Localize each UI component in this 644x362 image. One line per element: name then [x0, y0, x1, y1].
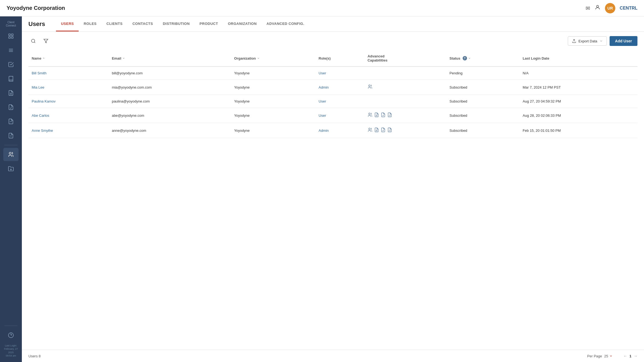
- user-name-link[interactable]: Bill Smith: [32, 71, 46, 75]
- sidebar-item-users-manage[interactable]: [3, 148, 19, 161]
- col-status[interactable]: Status ?: [446, 50, 519, 66]
- cell-name: Abe Carlos: [28, 108, 108, 123]
- svg-rect-3: [9, 37, 10, 38]
- tab-clients[interactable]: CLIENTS: [102, 16, 128, 31]
- export-data-button[interactable]: Export Data: [568, 36, 607, 46]
- role-link[interactable]: Admin: [319, 85, 329, 89]
- tab-product[interactable]: PRODUCT: [195, 16, 223, 31]
- sidebar-item-checklist[interactable]: [3, 58, 19, 71]
- group-user-icon: [368, 127, 373, 133]
- svg-rect-1: [9, 34, 10, 36]
- cell-status: Subscribed: [446, 95, 519, 108]
- top-header: Yoyodyne Corporation ✉ UR CENTRL: [0, 0, 644, 16]
- svg-marker-19: [44, 39, 48, 43]
- user-name-link[interactable]: Anne Smythe: [32, 129, 53, 133]
- sidebar-item-help[interactable]: [3, 329, 19, 342]
- cell-status: Pending: [446, 66, 519, 80]
- table-header: Name Email Organizatio: [28, 50, 637, 66]
- svg-rect-2: [11, 34, 13, 36]
- cell-name: Anne Smythe: [28, 123, 108, 138]
- next-page-button[interactable]: →: [634, 354, 637, 358]
- table-row: Abe Carlos abe@yoyodyne.com Yoyodyne Use…: [28, 108, 637, 123]
- cell-name: Bill Smith: [28, 66, 108, 80]
- tab-contacts[interactable]: CONTACTS: [128, 16, 158, 31]
- sidebar-item-folder-settings[interactable]: [3, 162, 19, 175]
- cell-role: User: [315, 95, 364, 108]
- status-help-icon[interactable]: ?: [463, 56, 467, 60]
- tab-organization[interactable]: ORGANIZATION: [223, 16, 261, 31]
- sidebar-item-alert-doc[interactable]: [3, 129, 19, 142]
- col-advanced: AdvancedCapabilities: [364, 50, 446, 66]
- list-doc-icon: [387, 112, 392, 118]
- user-name-link[interactable]: Abe Carlos: [32, 113, 49, 118]
- sidebar-item-report[interactable]: [3, 115, 19, 128]
- pagination: ← 1 →: [624, 354, 637, 358]
- role-link[interactable]: User: [319, 71, 326, 75]
- svg-point-14: [10, 169, 11, 170]
- filter-button[interactable]: [41, 36, 51, 46]
- cell-org: Yoyodyne: [231, 66, 315, 80]
- cell-name: Paulina Kamov: [28, 95, 108, 108]
- col-email[interactable]: Email: [108, 50, 231, 66]
- user-icon[interactable]: [595, 4, 601, 12]
- users-count-label: Users 8: [28, 354, 41, 358]
- sidebar-bottom: Last Login: February, 27 2025 09:54 am: [0, 324, 22, 359]
- cell-email: paulina@yoyodyne.com: [108, 95, 231, 108]
- col-organization[interactable]: Organization: [231, 50, 315, 66]
- cell-org: Yoyodyne: [231, 95, 315, 108]
- table-row: Bill Smith bill@yoyodyne.com Yoyodyne Us…: [28, 66, 637, 80]
- cell-email: bill@yoyodyne.com: [108, 66, 231, 80]
- tab-users[interactable]: USERS: [56, 16, 79, 31]
- sidebar-divider: [4, 145, 17, 145]
- cell-status: Subscribed: [446, 80, 519, 95]
- svg-point-17: [31, 39, 35, 42]
- main-layout: Client Connect: [0, 16, 644, 362]
- table-footer: Users 8 Per Page 25 ← 1 →: [22, 350, 644, 362]
- tab-roles[interactable]: ROLES: [79, 16, 101, 31]
- sidebar-item-book[interactable]: [3, 72, 19, 85]
- cell-capabilities: [364, 66, 446, 80]
- cell-status: Subscribed: [446, 108, 519, 123]
- prev-page-button[interactable]: ←: [624, 354, 627, 358]
- cell-status: Subscribed: [446, 123, 519, 138]
- cell-email: anne@yoyodyne.com: [108, 123, 231, 138]
- tab-distribution[interactable]: DISTRIBUTION: [158, 16, 194, 31]
- secondary-nav: Users USERS ROLES CLIENTS CONTACTS DISTR…: [22, 16, 644, 32]
- col-name[interactable]: Name: [28, 50, 108, 66]
- export-label: Export Data: [578, 39, 597, 43]
- svg-point-12: [11, 135, 11, 136]
- search-button[interactable]: [28, 36, 38, 46]
- role-link[interactable]: User: [319, 113, 326, 118]
- cell-org: Yoyodyne: [231, 80, 315, 95]
- svg-point-0: [596, 5, 598, 7]
- sidebar-item-dashboard[interactable]: [3, 30, 19, 43]
- col-last-login: Last Login Date: [519, 50, 637, 66]
- cell-last-login: Feb 15, 20 01:01:50 PM: [519, 123, 637, 138]
- table-row: Anne Smythe anne@yoyodyne.com Yoyodyne A…: [28, 123, 637, 138]
- cell-capabilities: [364, 123, 446, 138]
- sidebar-item-document[interactable]: [3, 86, 19, 100]
- centrl-label[interactable]: CENTRL: [620, 6, 637, 11]
- role-link[interactable]: Admin: [319, 129, 329, 133]
- cell-role: User: [315, 66, 364, 80]
- per-page-select[interactable]: 25: [604, 354, 612, 358]
- mail-icon[interactable]: ✉: [586, 5, 590, 11]
- svg-point-22: [368, 113, 370, 115]
- per-page-value: 25: [604, 354, 608, 358]
- role-link[interactable]: User: [319, 99, 326, 103]
- approved-doc-icon: [381, 127, 386, 133]
- sidebar-item-approved[interactable]: [3, 101, 19, 114]
- sidebar-bottom-divider: [4, 326, 17, 326]
- user-name-link[interactable]: Paulina Kamov: [32, 99, 55, 103]
- tab-advanced-config[interactable]: ADVANCED CONFIG.: [262, 16, 309, 31]
- sidebar-item-list[interactable]: [3, 44, 19, 57]
- group-user-icon: [368, 84, 373, 90]
- svg-line-18: [34, 42, 35, 43]
- user-avatar[interactable]: UR: [605, 3, 615, 13]
- approved-doc-icon: [381, 112, 386, 118]
- add-user-button[interactable]: Add User: [610, 36, 637, 46]
- svg-point-13: [9, 152, 11, 154]
- svg-rect-4: [11, 37, 13, 38]
- user-name-link[interactable]: Mia Lee: [32, 85, 44, 89]
- content-area: Users USERS ROLES CLIENTS CONTACTS DISTR…: [22, 16, 644, 362]
